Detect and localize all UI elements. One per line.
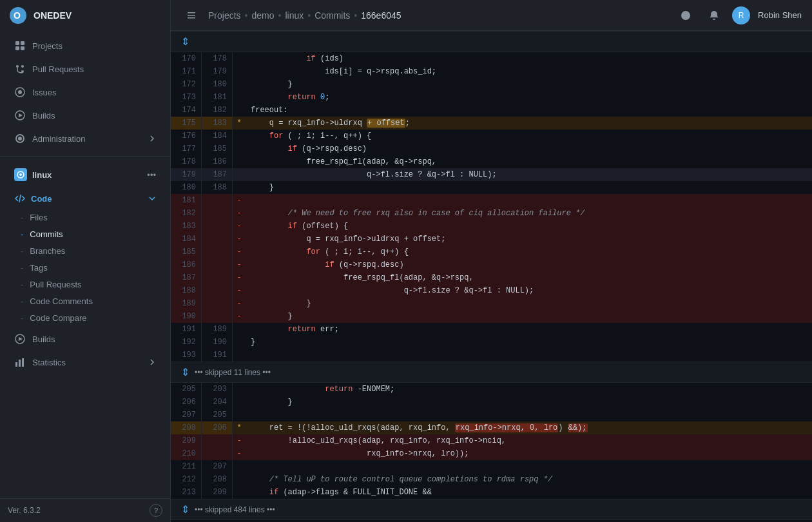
issue-icon [14, 86, 26, 98]
table-row: 187 - free_rspq_fl(adap, &q->rspq, [171, 271, 812, 284]
table-row: 211 207 [171, 460, 812, 473]
svg-marker-13 [19, 113, 23, 117]
svg-marker-16 [19, 337, 23, 341]
sidebar-item-issues[interactable]: Issues [8, 81, 162, 103]
project-header[interactable]: linux ••• [8, 164, 162, 185]
skipped-484-text: ••• skipped 484 lines ••• [195, 505, 275, 514]
svg-rect-4 [15, 46, 19, 50]
table-row: 209 - !alloc_uld_rxqs(adap, rxq_info, rx… [171, 434, 812, 447]
skipped-11-text: ••• skipped 11 lines ••• [195, 368, 271, 377]
table-row: 173 181 return 0; [171, 91, 812, 104]
avatar[interactable]: R [732, 6, 750, 24]
sidebar-item-statistics[interactable]: Statistics [8, 351, 162, 373]
sidebar-item-pr-label: Pull Requests [32, 64, 84, 74]
branches-label: Branches [30, 246, 65, 256]
sidebar-item-files[interactable]: - Files [14, 209, 162, 226]
chevron-right-stats-icon [148, 358, 156, 366]
svg-rect-22 [188, 17, 195, 19]
code-label: Code [31, 194, 52, 204]
grid-icon [14, 40, 26, 52]
sidebar-item-builds[interactable]: Builds [8, 104, 162, 126]
builds-sub-icon [14, 333, 26, 345]
sidebar-item-code-compare[interactable]: - Code Compare [14, 310, 162, 326]
table-row: 180 188 } [171, 181, 812, 194]
main-content: Projects • demo • linux • Commits • 166e… [171, 0, 812, 522]
project-more-icon[interactable]: ••• [147, 170, 156, 180]
sidebar-item-administration[interactable]: Administration [8, 128, 162, 150]
help-button[interactable]: ? [150, 504, 162, 517]
svg-rect-19 [22, 358, 24, 367]
sidebar-footer: Ver. 6.3.2 ? [0, 498, 170, 522]
expand-top-button[interactable]: ⇕ [181, 35, 189, 48]
table-row: 170 178 if (ids) [171, 52, 812, 65]
breadcrumb-commits[interactable]: Commits [314, 10, 350, 21]
sidebar-item-pull-requests-sub[interactable]: - Pull Requests [14, 276, 162, 293]
sidebar-item-code-comments[interactable]: - Code Comments [14, 293, 162, 309]
svg-rect-17 [15, 362, 17, 367]
table-row: 208 206 * ret = !(!alloc_uld_rxqs(adap, … [171, 421, 812, 434]
bottom-nav: Builds Statistics [0, 327, 170, 374]
version-label: Ver. 6.3.2 [8, 506, 41, 515]
sidebar-item-tags[interactable]: - Tags [14, 260, 162, 276]
files-label: Files [30, 213, 47, 222]
sidebar-item-pull-requests[interactable]: Pull Requests [8, 58, 162, 80]
sidebar-item-builds-project[interactable]: Builds [8, 328, 162, 350]
breadcrumb-demo[interactable]: demo [251, 10, 274, 21]
table-row: 178 186 free_rspq_fl(adap, &q->rspq, [171, 155, 812, 168]
table-row: 206 204 } [171, 396, 812, 409]
notifications-button[interactable] [704, 5, 724, 26]
code-header[interactable]: Code [8, 189, 162, 208]
builds-sub-label: Builds [32, 334, 55, 344]
expand-bottom-button[interactable]: ⇕ [181, 503, 189, 516]
sidebar-item-builds-label: Builds [32, 111, 55, 121]
table-row: 182 - /* We need to free rxq also in cas… [171, 207, 812, 220]
chevron-down-icon [148, 195, 156, 202]
code-sub-menu: - Files - Commits - Branches - Tags - Pu… [8, 209, 162, 326]
table-row: 192 190 } [171, 336, 812, 349]
theme-toggle-button[interactable] [675, 5, 696, 26]
table-row: 189 - } [171, 297, 812, 310]
svg-rect-5 [21, 46, 24, 50]
table-row: 186 - if (q->rspq.desc) [171, 258, 812, 271]
breadcrumb-linux[interactable]: linux [285, 10, 304, 21]
sidebar-item-projects-label: Projects [32, 41, 63, 51]
table-row: 191 189 return err; [171, 323, 812, 336]
table-row: 207 205 [171, 409, 812, 421]
table-row: 213 209 if (adap->flags & FULL_INIT_DONE… [171, 486, 812, 499]
table-row: 179 187 q->fl.size ? &q->fl : NULL); [171, 168, 812, 181]
sidebar-item-admin-label: Administration [32, 134, 85, 144]
table-row: 212 208 /* Tell uP to route control queu… [171, 473, 812, 486]
topnav-right: R Robin Shen [675, 5, 802, 26]
code-icon [14, 193, 26, 204]
code-section: Code - Files - Commits - Branches - Tags [0, 188, 170, 327]
sidebar-item-branches[interactable]: - Branches [14, 243, 162, 259]
table-row: 177 185 if (q->rspq.desc) [171, 142, 812, 155]
collapse-sidebar-button[interactable] [181, 5, 202, 26]
app-logo[interactable]: O [8, 5, 28, 26]
table-row: 175 183 * q = rxq_info->uldrxq + offset; [171, 117, 812, 130]
tags-label: Tags [30, 263, 47, 273]
svg-rect-3 [21, 41, 24, 45]
table-row: 174 182 freeout: [171, 104, 812, 117]
table-row: 205 203 return -ENOMEM; [171, 383, 812, 396]
svg-point-8 [21, 65, 24, 68]
app-name: ONEDEV [34, 10, 72, 21]
user-name[interactable]: Robin Shen [758, 10, 802, 20]
expand-middle-button[interactable]: ⇕ [181, 366, 189, 378]
table-row: 172 180 } [171, 78, 812, 91]
sidebar-item-projects[interactable]: Projects [8, 35, 162, 57]
table-row: 183 - if (offset) { [171, 220, 812, 233]
skipped-top-banner: ⇕ [171, 31, 812, 52]
top-nav: Projects Pull Requests Issu [0, 34, 170, 151]
pr-icon [14, 63, 26, 75]
pull-requests-label: Pull Requests [30, 280, 81, 289]
statistics-label: Statistics [32, 358, 66, 367]
breadcrumb-projects[interactable]: Projects [208, 10, 241, 21]
sidebar-item-commits[interactable]: - Commits [14, 226, 162, 242]
table-row: 184 - q = rxq_info->uldrxq + offset; [171, 233, 812, 246]
diff-view[interactable]: ⇕ 170 178 if (ids) 171 179 ids[i] = q->r… [171, 31, 812, 522]
svg-point-6 [16, 65, 19, 68]
table-row: 176 184 for ( ; i; i--, q++) { [171, 130, 812, 142]
svg-point-11 [18, 90, 22, 94]
code-compare-label: Code Compare [30, 313, 86, 323]
